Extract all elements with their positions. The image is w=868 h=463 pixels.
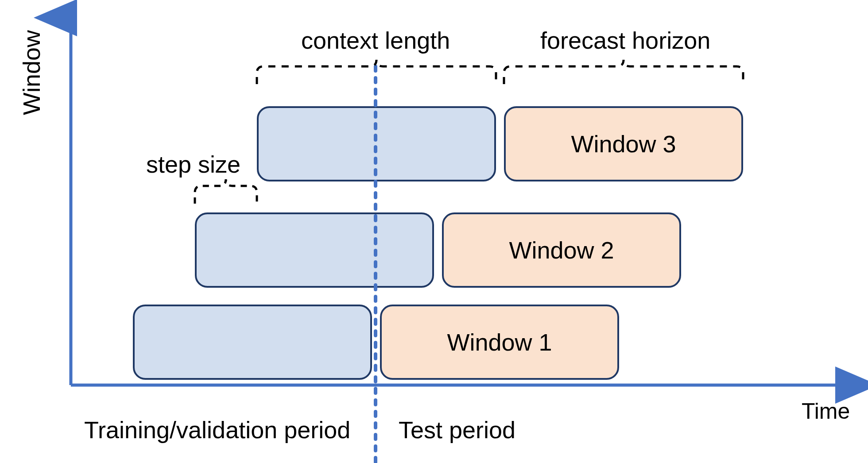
window3-context xyxy=(257,106,496,181)
window1-forecast: Window 1 xyxy=(380,305,619,380)
rolling-window-diagram: Window Time Window 1 Window 2 Window 3 c… xyxy=(0,0,868,463)
x-axis-label: Time xyxy=(802,398,850,424)
train-period-label: Training/validation period xyxy=(84,416,350,444)
window2-context xyxy=(195,212,434,288)
forecast-horizon-label: forecast horizon xyxy=(540,27,710,54)
axes xyxy=(0,0,868,463)
window2-label: Window 2 xyxy=(509,236,614,264)
context-length-label: context length xyxy=(301,27,450,54)
y-axis-label: Window xyxy=(18,30,45,115)
step-size-label: step size xyxy=(146,150,240,178)
window1-context xyxy=(133,305,372,380)
test-period-label: Test period xyxy=(399,416,515,444)
window1-label: Window 1 xyxy=(447,328,552,356)
window2-forecast: Window 2 xyxy=(442,212,681,288)
window3-label: Window 3 xyxy=(571,130,676,158)
window3-forecast: Window 3 xyxy=(504,106,743,181)
